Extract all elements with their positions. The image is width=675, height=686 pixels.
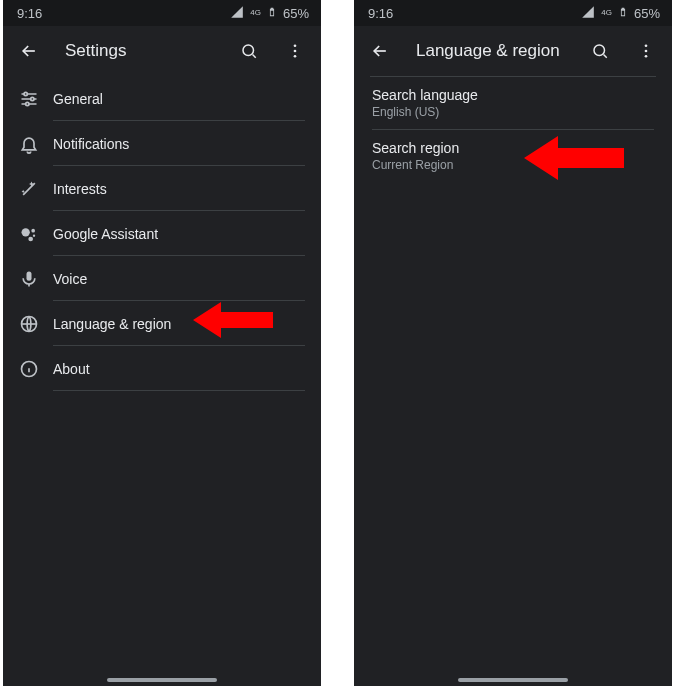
svg-point-18 <box>645 55 648 58</box>
mic-icon <box>19 269 53 289</box>
item-search-language[interactable]: Search language English (US) <box>354 77 672 130</box>
svg-point-1 <box>294 44 297 47</box>
svg-point-4 <box>24 92 27 95</box>
wand-icon <box>19 179 53 199</box>
app-bar: Settings <box>3 26 321 76</box>
settings-item-general[interactable]: General <box>3 76 321 121</box>
svg-rect-11 <box>27 271 32 280</box>
item-subtitle: English (US) <box>372 105 654 119</box>
item-search-region[interactable]: Search region Current Region <box>354 130 672 183</box>
bell-icon <box>19 134 53 154</box>
sliders-icon <box>19 89 53 109</box>
svg-point-2 <box>294 50 297 53</box>
settings-item-notifications[interactable]: Notifications <box>3 121 321 166</box>
status-right: 4G 65% <box>581 4 660 23</box>
settings-item-label: Interests <box>53 181 107 197</box>
page-title: Settings <box>55 41 223 61</box>
network-type: 4G <box>250 9 261 17</box>
settings-item-language-region[interactable]: Language & region <box>3 301 321 346</box>
svg-point-7 <box>22 228 30 236</box>
app-bar: Language & region <box>354 26 672 76</box>
status-right: 4G 65% <box>230 4 309 23</box>
settings-item-about[interactable]: About <box>3 346 321 391</box>
settings-item-label: Google Assistant <box>53 226 158 242</box>
svg-point-16 <box>645 44 648 47</box>
settings-item-interests[interactable]: Interests <box>3 166 321 211</box>
battery-icon <box>618 4 628 23</box>
page-title: Language & region <box>406 41 574 61</box>
svg-point-17 <box>645 50 648 53</box>
svg-point-9 <box>33 234 35 236</box>
language-region-list: Search language English (US) Search regi… <box>354 77 672 183</box>
item-subtitle: Current Region <box>372 158 654 172</box>
settings-item-voice[interactable]: Voice <box>3 256 321 301</box>
battery-percent: 65% <box>283 6 309 21</box>
network-type: 4G <box>601 9 612 17</box>
back-button[interactable] <box>9 31 49 71</box>
phone-settings: 9:16 4G 65% Settings <box>3 0 321 686</box>
settings-item-label: Language & region <box>53 316 171 332</box>
svg-point-15 <box>594 45 605 56</box>
settings-item-label: Voice <box>53 271 87 287</box>
svg-point-3 <box>294 55 297 58</box>
overflow-menu-button[interactable] <box>275 31 315 71</box>
gesture-nav-bar[interactable] <box>354 678 672 682</box>
svg-point-6 <box>26 102 29 105</box>
status-time: 9:16 <box>368 6 393 21</box>
status-time: 9:16 <box>17 6 42 21</box>
battery-percent: 65% <box>634 6 660 21</box>
search-button[interactable] <box>229 31 269 71</box>
assistant-icon <box>19 224 53 244</box>
overflow-menu-button[interactable] <box>626 31 666 71</box>
status-bar: 9:16 4G 65% <box>3 0 321 26</box>
globe-icon <box>19 314 53 334</box>
search-button[interactable] <box>580 31 620 71</box>
settings-list: General Notifications Interests <box>3 76 321 391</box>
phone-language-region: 9:16 4G 65% Language & region <box>354 0 672 686</box>
status-bar: 9:16 4G 65% <box>354 0 672 26</box>
gesture-nav-bar[interactable] <box>3 678 321 682</box>
signal-icon <box>230 5 244 22</box>
info-icon <box>19 359 53 379</box>
settings-item-label: General <box>53 91 103 107</box>
settings-item-label: Notifications <box>53 136 129 152</box>
settings-item-label: About <box>53 361 90 377</box>
signal-icon <box>581 5 595 22</box>
item-title: Search region <box>372 140 654 156</box>
battery-icon <box>267 4 277 23</box>
svg-point-0 <box>243 45 254 56</box>
svg-point-8 <box>31 228 35 232</box>
back-button[interactable] <box>360 31 400 71</box>
item-title: Search language <box>372 87 654 103</box>
svg-point-5 <box>31 97 34 100</box>
settings-item-google-assistant[interactable]: Google Assistant <box>3 211 321 256</box>
svg-point-10 <box>28 236 33 241</box>
